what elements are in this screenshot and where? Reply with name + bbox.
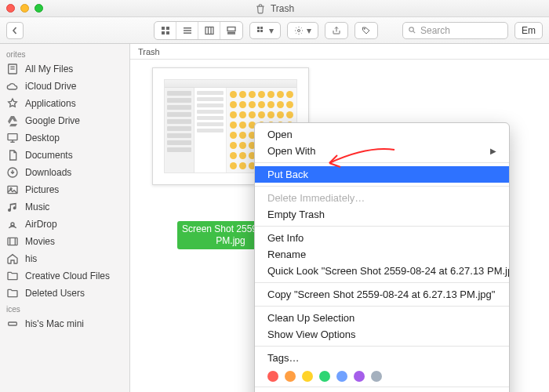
tag-color-row <box>255 366 509 383</box>
svg-rect-2 <box>162 31 165 34</box>
sidebar-item[interactable]: Google Drive <box>0 112 129 129</box>
svg-rect-10 <box>227 27 235 31</box>
menu-copy[interactable]: Copy "Screen Shot 2559-08-24 at 6.27.13 … <box>255 286 509 303</box>
applications-icon <box>6 97 19 110</box>
empty-trash-button[interactable]: Em <box>514 22 543 39</box>
sidebar-item[interactable]: Applications <box>0 95 129 112</box>
menu-put-back[interactable]: Put Back <box>255 166 509 183</box>
sidebar-item[interactable]: AirDrop <box>0 216 129 233</box>
action-button[interactable]: ▾ <box>287 22 318 39</box>
svg-rect-16 <box>260 30 263 32</box>
sidebar-item-label: his <box>25 253 37 264</box>
sidebar-item[interactable]: Pictures <box>0 181 129 198</box>
svg-rect-6 <box>184 32 191 34</box>
search-field[interactable]: Search <box>402 22 508 39</box>
sidebar-item-label: iCloud Drive <box>25 81 76 92</box>
sidebar-item[interactable]: Desktop <box>0 129 129 147</box>
menu-view-options[interactable]: Show View Options <box>255 326 509 343</box>
coverflow-view-button[interactable] <box>220 22 242 39</box>
tag-color[interactable] <box>319 371 330 382</box>
svg-rect-4 <box>184 27 191 29</box>
minimize-window-button[interactable] <box>20 4 29 13</box>
sidebar-item-label: Movies <box>25 236 55 247</box>
sidebar-item-label: Pictures <box>25 184 59 195</box>
file-canvas[interactable]: Screen Shot 2559-08-2PM.jpg Open Open Wi… <box>130 60 549 392</box>
tag-color[interactable] <box>285 371 296 382</box>
folder-icon <box>6 287 19 299</box>
svg-rect-1 <box>166 27 169 30</box>
sidebar-item-label: Creative Cloud Files <box>25 270 110 281</box>
svg-rect-15 <box>257 30 260 32</box>
tag-color[interactable] <box>267 371 278 382</box>
sidebar-item-label: Downloads <box>25 167 71 178</box>
close-window-button[interactable] <box>6 4 15 13</box>
svg-rect-0 <box>162 27 165 30</box>
sidebar-item-label: All My Files <box>25 64 73 74</box>
search-placeholder: Search <box>420 25 450 36</box>
menu-tags[interactable]: Tags… <box>255 350 509 366</box>
menu-empty-trash[interactable]: Empty Trash <box>255 206 509 223</box>
sidebar-item-label: Applications <box>25 98 76 109</box>
back-button[interactable] <box>6 22 24 39</box>
sidebar-item[interactable]: Deleted Users <box>0 285 129 302</box>
sidebar-item-label: AirDrop <box>25 219 57 230</box>
chevron-down-icon: ▾ <box>269 25 274 36</box>
sidebar-item[interactable]: his's Mac mini <box>0 315 129 332</box>
svg-point-18 <box>364 28 365 29</box>
menu-quick-look[interactable]: Quick Look "Screen Shot 2559-08-24 at 6.… <box>255 263 509 279</box>
sidebar-item[interactable]: Movies <box>0 233 129 250</box>
sidebar-item-label: Desktop <box>25 132 60 143</box>
tag-color[interactable] <box>336 371 347 382</box>
view-mode-segmented[interactable] <box>154 21 243 40</box>
sidebar-item-label: his's Mac mini <box>25 318 84 329</box>
svg-point-19 <box>409 27 414 32</box>
sidebar-item[interactable]: iCloud Drive <box>0 78 129 95</box>
menu-clean-up[interactable]: Clean Up Selection <box>255 310 509 326</box>
sidebar-item[interactable]: All My Files <box>0 60 129 78</box>
toolbar: ▾ ▾ Search Em <box>0 17 549 44</box>
column-view-button[interactable] <box>198 22 220 39</box>
menu-rename[interactable]: Rename <box>255 246 509 263</box>
svg-rect-7 <box>205 27 213 34</box>
window-titlebar: Trash <box>0 0 549 17</box>
svg-rect-24 <box>8 134 17 140</box>
arrange-button[interactable]: ▾ <box>249 22 281 39</box>
zoom-window-button[interactable] <box>35 4 43 13</box>
menu-open[interactable]: Open <box>255 126 509 143</box>
pictures-icon <box>6 183 19 196</box>
svg-rect-31 <box>8 238 17 245</box>
svg-line-20 <box>413 31 416 34</box>
context-menu: Open Open With▶ Put Back Delete Immediat… <box>254 122 510 392</box>
window-title: Trash <box>271 3 294 14</box>
cloud-icon <box>6 80 19 93</box>
sidebar-item[interactable]: Documents <box>0 147 129 164</box>
sidebar-item[interactable]: Downloads <box>0 164 129 181</box>
traffic-lights <box>6 4 43 13</box>
menu-open-with[interactable]: Open With▶ <box>255 143 509 159</box>
svg-rect-5 <box>184 30 191 31</box>
home-icon <box>6 252 19 265</box>
google-drive-icon <box>6 114 19 127</box>
tags-button[interactable] <box>354 22 378 39</box>
svg-rect-34 <box>9 322 17 325</box>
menu-delete-immediately[interactable]: Delete Immediately… <box>255 190 509 206</box>
svg-point-17 <box>298 29 300 31</box>
icon-view-button[interactable] <box>155 22 176 39</box>
movies-icon <box>6 235 19 248</box>
tag-color[interactable] <box>354 371 365 382</box>
sidebar-section-header: orites <box>0 47 129 60</box>
sidebar-item[interactable]: Music <box>0 198 129 216</box>
sidebar-item-label: Documents <box>25 150 73 161</box>
folder-icon <box>6 270 19 282</box>
tag-color[interactable] <box>302 371 313 382</box>
path-bar: Trash <box>130 44 549 60</box>
menu-get-info[interactable]: Get Info <box>255 230 509 246</box>
svg-rect-13 <box>257 27 260 29</box>
share-button[interactable] <box>325 22 348 39</box>
sidebar-item[interactable]: Creative Cloud Files <box>0 267 129 285</box>
sidebar-item[interactable]: his <box>0 250 129 267</box>
svg-rect-3 <box>166 31 169 34</box>
tag-color[interactable] <box>371 371 382 382</box>
list-view-button[interactable] <box>176 22 198 39</box>
sidebar-item-label: Google Drive <box>25 115 80 126</box>
